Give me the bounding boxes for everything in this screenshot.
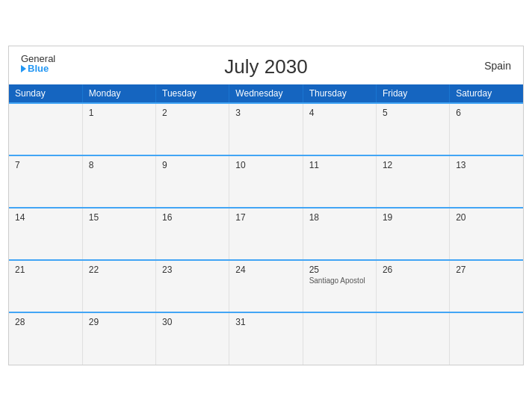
day-cell: 21 <box>9 260 82 312</box>
day-number: 22 <box>89 265 149 275</box>
day-number: 2 <box>162 108 223 118</box>
day-number: 12 <box>383 160 443 170</box>
day-cell: 15 <box>82 208 155 260</box>
day-number: 7 <box>15 160 76 170</box>
week-row-0: 123456 <box>9 103 523 155</box>
day-cell <box>376 312 449 365</box>
day-number: 1 <box>89 108 149 118</box>
logo-blue-text: Blue <box>21 64 55 73</box>
day-cell: 7 <box>9 155 82 208</box>
week-row-3: 2122232425Santiago Apostol2627 <box>9 260 523 312</box>
calendar-header: General Blue July 2030 Spain <box>9 46 523 84</box>
day-cell <box>9 103 82 155</box>
day-number: 10 <box>235 160 296 170</box>
day-cell: 18 <box>303 208 376 260</box>
header-tuesday: Tuesday <box>156 84 229 103</box>
day-number: 9 <box>162 160 223 170</box>
day-cell: 24 <box>229 260 303 312</box>
header-friday: Friday <box>376 84 449 103</box>
day-number: 3 <box>235 108 296 118</box>
day-cell: 27 <box>450 260 523 312</box>
day-cell: 30 <box>156 312 229 365</box>
header-monday: Monday <box>82 84 155 103</box>
day-cell: 14 <box>9 208 82 260</box>
day-cell: 23 <box>156 260 229 312</box>
day-cell: 25Santiago Apostol <box>303 260 376 312</box>
calendar-thead: Sunday Monday Tuesday Wednesday Thursday… <box>9 84 523 103</box>
day-cell <box>303 312 376 365</box>
day-number: 30 <box>162 317 223 327</box>
day-cell: 28 <box>9 312 82 365</box>
day-number: 5 <box>383 108 443 118</box>
day-number: 23 <box>162 265 223 275</box>
day-number: 29 <box>89 317 149 327</box>
day-cell <box>450 312 523 365</box>
day-number: 19 <box>383 212 443 223</box>
day-number: 16 <box>162 212 223 223</box>
day-number: 21 <box>15 265 76 275</box>
day-number: 18 <box>309 212 370 223</box>
header-saturday: Saturday <box>450 84 523 103</box>
day-cell: 6 <box>450 103 523 155</box>
day-number: 26 <box>383 265 443 275</box>
calendar-body: 1234567891011121314151617181920212223242… <box>9 103 523 365</box>
logo: General Blue <box>21 54 55 73</box>
week-row-4: 28293031 <box>9 312 523 365</box>
day-cell: 12 <box>376 155 449 208</box>
day-cell: 10 <box>229 155 303 208</box>
day-number: 8 <box>89 160 149 170</box>
day-cell: 16 <box>156 208 229 260</box>
calendar-container: General Blue July 2030 Spain Sunday Mond… <box>8 46 524 365</box>
day-cell: 31 <box>229 312 303 365</box>
day-cell: 22 <box>82 260 155 312</box>
day-cell: 1 <box>82 103 155 155</box>
day-cell: 3 <box>229 103 303 155</box>
calendar-title: July 2030 <box>224 55 307 78</box>
day-number: 28 <box>15 317 76 327</box>
day-number: 11 <box>309 160 370 170</box>
day-cell: 17 <box>229 208 303 260</box>
day-number: 25 <box>309 265 370 275</box>
day-cell: 29 <box>82 312 155 365</box>
day-cell: 20 <box>450 208 523 260</box>
header-sunday: Sunday <box>9 84 82 103</box>
day-cell: 26 <box>376 260 449 312</box>
day-cell: 19 <box>376 208 449 260</box>
header-thursday: Thursday <box>303 84 376 103</box>
day-number: 27 <box>456 265 517 275</box>
day-cell: 4 <box>303 103 376 155</box>
day-cell: 8 <box>82 155 155 208</box>
day-number: 13 <box>456 160 517 170</box>
day-cell: 11 <box>303 155 376 208</box>
country-label: Spain <box>484 60 511 72</box>
day-cell: 13 <box>450 155 523 208</box>
weekday-header-row: Sunday Monday Tuesday Wednesday Thursday… <box>9 84 523 103</box>
week-row-2: 14151617181920 <box>9 208 523 260</box>
day-number: 24 <box>235 265 296 275</box>
day-number: 6 <box>456 108 517 118</box>
day-cell: 5 <box>376 103 449 155</box>
event-label: Santiago Apostol <box>309 276 370 285</box>
day-number: 20 <box>456 212 517 223</box>
day-cell: 2 <box>156 103 229 155</box>
calendar-grid: Sunday Monday Tuesday Wednesday Thursday… <box>9 84 523 365</box>
day-number: 14 <box>15 212 76 223</box>
day-cell: 9 <box>156 155 229 208</box>
header-wednesday: Wednesday <box>229 84 303 103</box>
day-number: 15 <box>89 212 149 223</box>
day-number: 31 <box>235 317 296 327</box>
day-number: 4 <box>309 108 370 118</box>
week-row-1: 78910111213 <box>9 155 523 208</box>
day-number: 17 <box>235 212 296 223</box>
logo-triangle-icon <box>21 65 26 72</box>
